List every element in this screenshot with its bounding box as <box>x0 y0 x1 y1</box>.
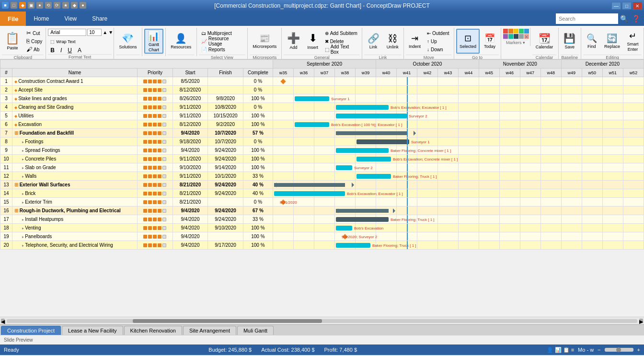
share-menu[interactable]: Share <box>84 11 115 26</box>
marker-x[interactable]: ✕ <box>524 34 529 39</box>
gantt-week-cell <box>499 146 520 155</box>
scroll-left-btn[interactable]: ◀ <box>1 319 5 323</box>
zoom-slider[interactable] <box>605 348 633 352</box>
format-painter-button[interactable]: 🖌 Ab <box>24 46 45 53</box>
indent-button[interactable]: ⇥ Indent <box>406 29 424 54</box>
row-number: 17 <box>0 215 12 224</box>
marker-yellow[interactable] <box>514 29 518 34</box>
marker-red[interactable] <box>503 29 508 34</box>
marker-blue[interactable] <box>524 29 529 34</box>
replace-button[interactable]: 🔄 Replace <box>601 29 623 54</box>
add-text-box-button[interactable]: ⬚ Add Text Box <box>322 46 360 53</box>
gantt-week-cell <box>540 172 561 181</box>
wrap-text-button[interactable]: ⬚ Wrap Text <box>48 38 78 46</box>
selected-button[interactable]: ⊡ Selected <box>456 29 480 54</box>
gantt-week-cell <box>479 146 499 155</box>
reports-button[interactable]: 📄 Reports <box>199 46 245 53</box>
resources-button[interactable]: 👤 Resources <box>168 29 195 54</box>
scroll-thumb[interactable] <box>133 319 322 323</box>
solutions-button[interactable]: 💎 Solutions <box>116 29 140 54</box>
insert-button[interactable]: ⬇ Insert <box>304 29 322 54</box>
gantt-week-cell <box>520 232 540 241</box>
marker-dark[interactable] <box>514 34 518 39</box>
view-menu[interactable]: View <box>57 11 84 26</box>
find-button[interactable]: 🔍 Find <box>583 29 600 54</box>
icon2: □ <box>11 2 17 9</box>
italic-button[interactable]: I <box>58 46 64 54</box>
gantt-week-cell <box>376 232 396 241</box>
gantt-chart-button[interactable]: 📊 Gantt Chart <box>144 29 163 54</box>
bold-button[interactable]: B <box>48 46 57 54</box>
gantt-week-cell <box>294 232 314 241</box>
font-name-input[interactable] <box>48 29 86 36</box>
cut-button[interactable]: ✂ Cut <box>24 29 45 37</box>
marker-gray[interactable] <box>519 34 524 39</box>
zoom-minus[interactable]: − <box>598 347 600 353</box>
gantt-week-cell <box>314 146 335 155</box>
gantt-week-cell <box>417 232 437 241</box>
underline-button[interactable]: U <box>65 46 74 54</box>
zoom-plus[interactable]: + <box>637 347 640 353</box>
tab-site-arrangement[interactable]: Site Arrangement <box>183 326 236 335</box>
start-cell: 9/10/2020 <box>172 163 208 172</box>
ribbon: 📋 Paste ✂ Cut ⎘ Copy 🖌 Ab Clipboard <box>0 26 644 59</box>
today-button[interactable]: 📅 Today <box>481 29 498 54</box>
add-subitem-button[interactable]: ⊕ Add Subitem <box>322 29 360 37</box>
gantt-week-cell <box>294 86 314 94</box>
link-button[interactable]: 🔗 Link <box>364 29 382 54</box>
gantt-week-cell <box>582 120 602 129</box>
start-cell: 9/4/2020 <box>172 241 208 250</box>
row-number: 18 <box>0 224 12 232</box>
marker-teal[interactable] <box>508 34 513 39</box>
down-button[interactable]: ↓ Down <box>425 46 452 53</box>
search-input[interactable] <box>556 13 618 24</box>
scroll-track[interactable] <box>7 319 637 323</box>
resource-usage-button[interactable]: 📈 Resource Usage <box>199 37 245 45</box>
start-cell: 8/26/2020 <box>172 94 208 103</box>
tab-kitchen-renovation[interactable]: Kitchen Renovation <box>124 326 182 335</box>
minimize-button[interactable]: — <box>611 2 621 10</box>
save-icon: 💾 <box>564 33 575 44</box>
paste-button[interactable]: 📋 Paste <box>2 29 23 54</box>
save-button[interactable]: 💾 Save <box>561 29 579 54</box>
smart-enter-button[interactable]: ↵ Smart Enter <box>624 29 642 54</box>
add-button[interactable]: ➕ Add <box>284 29 303 54</box>
status-actual: Actual Cost: 238,400 $ <box>261 347 314 353</box>
help-icon[interactable]: ❓ <box>632 15 640 23</box>
font-size-input[interactable] <box>87 29 102 36</box>
finish-cell: 9/24/2020 <box>208 155 243 163</box>
unlink-button[interactable]: ⛓ Unlink <box>383 29 402 54</box>
tab-muli-gantt[interactable]: Muli Gantt <box>237 326 274 335</box>
markers-color-grid[interactable]: ✕ <box>503 29 529 39</box>
gantt-week-cell <box>437 112 458 120</box>
tab-construction-project[interactable]: Construction Project <box>1 326 61 335</box>
gantt-week-cell <box>334 207 355 215</box>
gantt-week-cell <box>314 86 335 94</box>
tab-lease-new-facility[interactable]: Lease a New Facility <box>62 326 123 335</box>
maximize-button[interactable]: □ <box>622 2 632 10</box>
marker-purple[interactable] <box>503 34 508 39</box>
marker-green[interactable] <box>519 29 524 34</box>
font-size-up-icon[interactable]: ▲ <box>103 30 107 35</box>
w52-header: w52 <box>623 69 644 77</box>
complete-cell: 0 % <box>243 198 273 207</box>
font-color-button[interactable]: A <box>75 46 84 54</box>
calendar-button[interactable]: 📆 Calendar <box>532 29 556 54</box>
gantt-week-cell: Baker Flooring; Truck [ 1 ] <box>334 215 355 224</box>
outdent-button[interactable]: ⇤ Outdent <box>425 29 452 37</box>
font-size-down-icon[interactable]: ▼ <box>108 30 113 35</box>
gantt-week-cell <box>273 103 294 112</box>
scroll-right-btn[interactable]: ▶ <box>639 319 643 323</box>
horizontal-scrollbar[interactable]: ◀ ▶ <box>0 317 644 324</box>
copy-button[interactable]: ⎘ Copy <box>24 37 45 45</box>
zoom-thumb[interactable] <box>616 347 621 352</box>
marker-orange[interactable] <box>508 29 513 34</box>
complete-cell: 33 % <box>243 172 273 181</box>
close-button[interactable]: ✕ <box>632 2 642 10</box>
up-button[interactable]: ↑ Up <box>425 37 452 45</box>
search-icon[interactable]: 🔍 <box>620 15 628 23</box>
home-menu[interactable]: Home <box>26 11 57 26</box>
file-menu[interactable]: File <box>0 11 26 26</box>
gantt-scroll-area[interactable]: September 2020 October 2020 November 202… <box>0 59 644 317</box>
microreports-button[interactable]: 📰 Microreports <box>250 29 280 54</box>
